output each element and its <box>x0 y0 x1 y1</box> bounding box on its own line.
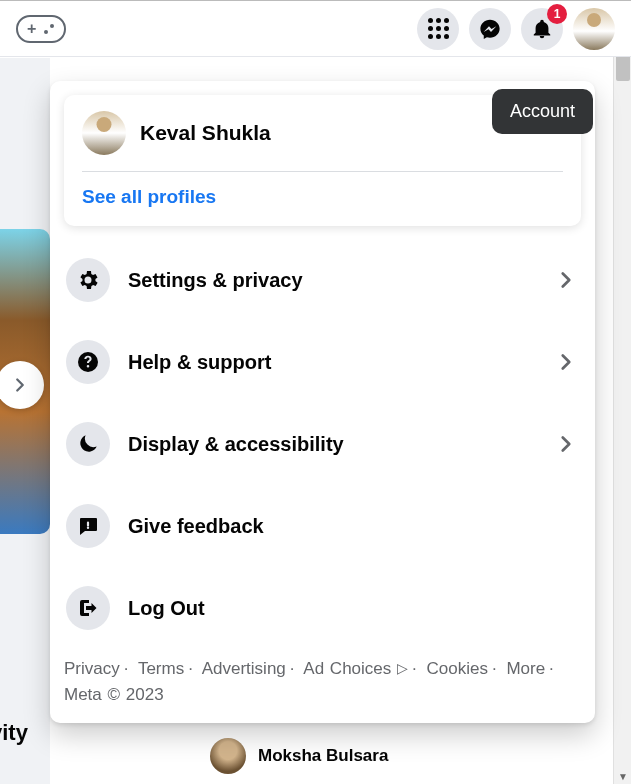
moon-icon <box>66 422 110 466</box>
footer-terms-link[interactable]: Terms <box>138 659 184 678</box>
menu-label: Log Out <box>128 597 579 620</box>
account-dropdown-panel: Keval Shukla See all profiles Settings &… <box>50 81 595 723</box>
account-avatar[interactable] <box>573 8 615 50</box>
notifications-button[interactable]: 1 <box>521 8 563 50</box>
menu-label: Give feedback <box>128 515 579 538</box>
footer-cookies-link[interactable]: Cookies <box>426 659 487 678</box>
chevron-right-icon <box>553 431 579 457</box>
scroll-down-arrow[interactable]: ▼ <box>614 767 631 784</box>
footer-links: Privacy· Terms· Advertising· Ad Choices … <box>64 656 581 709</box>
footer-privacy-link[interactable]: Privacy <box>64 659 120 678</box>
background-truncated-text: vity <box>0 720 28 746</box>
divider <box>82 171 563 172</box>
menu-item-display-accessibility[interactable]: Display & accessibility <box>64 418 581 470</box>
menu-item-help-support[interactable]: Help & support <box>64 336 581 388</box>
account-menu-list: Settings & privacy Help & support Displa… <box>64 254 581 634</box>
profile-link[interactable]: Keval Shukla <box>82 111 563 155</box>
question-icon <box>66 340 110 384</box>
account-tooltip: Account <box>492 89 593 134</box>
menu-item-logout[interactable]: Log Out <box>64 582 581 634</box>
menu-label: Help & support <box>128 351 535 374</box>
footer-meta-text: Meta © 2023 <box>64 685 164 704</box>
menu-item-settings-privacy[interactable]: Settings & privacy <box>64 254 581 306</box>
top-header: 1 <box>0 1 631 57</box>
see-all-profiles-link[interactable]: See all profiles <box>82 186 563 208</box>
profile-avatar <box>82 111 126 155</box>
left-header-icons <box>16 15 66 43</box>
grid-icon <box>428 18 449 39</box>
chevron-right-icon <box>553 267 579 293</box>
menu-label: Display & accessibility <box>128 433 535 456</box>
profile-name: Keval Shukla <box>140 121 271 145</box>
messenger-icon <box>479 18 501 40</box>
footer-advertising-link[interactable]: Advertising <box>202 659 286 678</box>
right-header-icons: 1 <box>417 8 615 50</box>
background-contact-row[interactable]: Moksha Bulsara <box>210 738 388 774</box>
feedback-icon <box>66 504 110 548</box>
gaming-icon[interactable] <box>16 15 66 43</box>
notification-badge: 1 <box>547 4 567 24</box>
scrollbar[interactable]: ▲ ▼ <box>613 1 631 784</box>
adchoices-icon: ▷ <box>397 658 408 680</box>
chevron-right-icon <box>553 349 579 375</box>
messenger-button[interactable] <box>469 8 511 50</box>
logout-icon <box>66 586 110 630</box>
contact-name: Moksha Bulsara <box>258 746 388 766</box>
footer-more-link[interactable]: More <box>506 659 545 678</box>
gear-icon <box>66 258 110 302</box>
menu-label: Settings & privacy <box>128 269 535 292</box>
chevron-right-icon <box>9 374 31 396</box>
menu-item-give-feedback[interactable]: Give feedback <box>64 500 581 552</box>
menu-button[interactable] <box>417 8 459 50</box>
footer-adchoices-link[interactable]: Ad Choices ▷ <box>303 659 408 678</box>
contact-avatar <box>210 738 246 774</box>
